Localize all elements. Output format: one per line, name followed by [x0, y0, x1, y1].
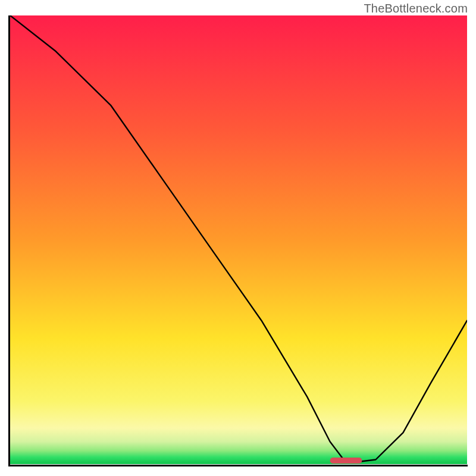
chart-svg — [10, 15, 467, 464]
bottleneck-chart: TheBottleneck.com — [0, 0, 476, 476]
watermark-text: TheBottleneck.com — [364, 2, 468, 15]
plot-area — [8, 15, 468, 466]
gradient-background — [10, 15, 467, 464]
optimum-marker — [330, 458, 362, 464]
